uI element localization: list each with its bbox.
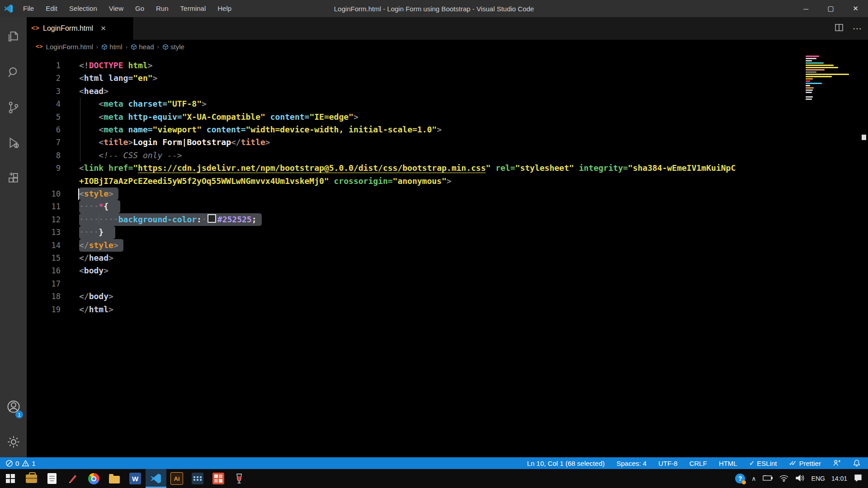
code-line-14: </style> [79,239,123,252]
code-line-18: </body> [79,290,113,303]
line-number: 17 [27,277,61,290]
code-line-6: <meta name="viewport" content="width=dev… [79,123,442,136]
more-actions-icon[interactable]: ⋯ [853,23,862,34]
taskbar-drink-icon[interactable] [229,469,250,488]
language-indicator[interactable]: ENG [811,475,825,482]
vscode-logo-icon [0,4,17,14]
code-line-9-wrap: +IOBjI7aAzPcEZeedi5yW5f2yOq55WWLwNGmvvx4… [79,175,452,188]
taskbar-calculator-icon[interactable] [187,469,208,488]
notification-center-icon[interactable] [854,474,863,483]
run-debug-icon[interactable] [0,129,27,156]
taskbar-chrome-icon[interactable] [83,469,104,488]
line-number: 8 [27,149,61,162]
minimap-line [806,62,824,64]
taskbar-folder-icon[interactable] [104,469,125,488]
menu-help[interactable]: Help [212,0,237,17]
feedback-icon[interactable] [833,459,841,467]
problems-errors[interactable]: 0 [5,460,19,467]
minimap-line [806,71,816,73]
hidden-icons-chevron[interactable]: ∧ [751,475,756,482]
help-tray-icon[interactable]: ? [735,474,745,483]
code-line-4: <meta charset="UTF-8"> [79,98,207,110]
menu-go[interactable]: Go [129,0,150,17]
minimize-button[interactable]: ─ [793,0,818,17]
menu-terminal[interactable]: Terminal [175,0,212,17]
minimap-line [806,60,812,61]
maximize-button[interactable]: ▢ [818,0,843,17]
title-bar: FileEditSelectionViewGoRunTerminalHelp L… [0,0,868,17]
menu-file[interactable]: File [17,0,40,17]
status-eslint[interactable]: ✓ESLint [749,459,777,467]
code-line-10: <style> [79,188,118,200]
status-line-col[interactable]: Ln 10, Col 1 (68 selected) [527,460,605,467]
status-indentation[interactable]: Spaces: 4 [616,460,646,467]
battery-icon[interactable] [763,475,773,483]
line-number: 5 [27,111,61,123]
close-button[interactable]: ✕ [843,0,868,17]
taskbar-grid-app-icon[interactable] [208,469,229,488]
taskbar-notes-icon[interactable] [42,469,62,488]
minimap-line [806,74,849,75]
code-line-3: <head> [79,85,108,98]
code-line-1: <!DOCTYPE html> [79,59,153,72]
breadcrumb-separator: › [126,43,127,50]
problems-warnings[interactable]: 1 [22,460,35,467]
breadcrumb-item-html[interactable]: html [101,43,123,51]
taskbar-word-icon[interactable]: W [125,469,146,488]
minimap-line [806,58,816,59]
menu-selection[interactable]: Selection [63,0,103,17]
split-editor-icon[interactable] [835,23,844,34]
code-line-8: <!-- CSS only --> [79,149,182,162]
tab-loginform[interactable]: <> LoginForm.html ✕ [27,17,134,40]
line-number: 9 [27,162,61,174]
volume-icon[interactable] [795,474,805,483]
explorer-icon[interactable] [0,23,27,51]
line-number: 12 [27,213,61,226]
extensions-icon[interactable] [0,164,27,192]
menu-view[interactable]: View [103,0,129,17]
settings-gear-icon[interactable] [0,428,27,455]
minimap-line [806,80,810,82]
code-line-16: <body> [79,264,108,277]
breadcrumb-separator: › [157,43,159,50]
color-swatch[interactable] [208,214,216,223]
breadcrumb-file[interactable]: LoginForm.html [46,43,93,51]
status-language[interactable]: HTML [719,460,737,467]
selection-highlight: ····*{ [79,200,120,213]
status-encoding[interactable]: UTF-8 [658,460,678,467]
account-icon[interactable]: 1 [0,393,27,420]
code-line-11: ····*{ [79,200,120,213]
line-number: 18 [27,290,61,303]
breadcrumb-item-head[interactable]: head [131,43,154,51]
double-check-icon: ✓✓ [789,459,794,467]
taskbar-illustrator-icon[interactable]: Ai [166,469,187,488]
code-area[interactable]: 1<!DOCTYPE html>2<html lang="en">3<head>… [27,53,868,457]
line-number: 4 [27,98,61,110]
minimap[interactable] [806,56,857,101]
editor[interactable]: 1<!DOCTYPE html>2<html lang="en">3<head>… [27,53,868,457]
line-number: 6 [27,123,61,136]
bell-icon[interactable] [853,459,861,467]
breadcrumb-item-style[interactable]: style [162,43,184,51]
minimap-line [806,65,834,66]
taskbar-briefcase-icon[interactable] [21,469,42,488]
taskbar-start-icon[interactable] [0,469,21,488]
line-number: 19 [27,303,61,316]
taskbar-vscode-icon[interactable] [146,469,166,488]
search-icon[interactable] [0,59,27,86]
clock[interactable]: 14:01 [831,475,847,482]
source-control-icon[interactable] [0,94,27,121]
menu-edit[interactable]: Edit [40,0,63,17]
taskbar-pen-icon[interactable] [62,469,83,488]
line-number: 16 [27,264,61,277]
status-eol[interactable]: CRLF [689,460,707,467]
code-line-15: </head> [79,252,113,264]
tab-close-icon[interactable]: ✕ [100,24,106,33]
menu-run[interactable]: Run [150,0,175,17]
breadcrumb-separator: › [96,43,98,50]
status-prettier[interactable]: ✓✓Prettier [789,459,821,467]
wifi-icon[interactable] [779,474,789,483]
line-number: 3 [27,85,61,98]
warning-icon [22,460,29,467]
error-icon [5,460,13,467]
